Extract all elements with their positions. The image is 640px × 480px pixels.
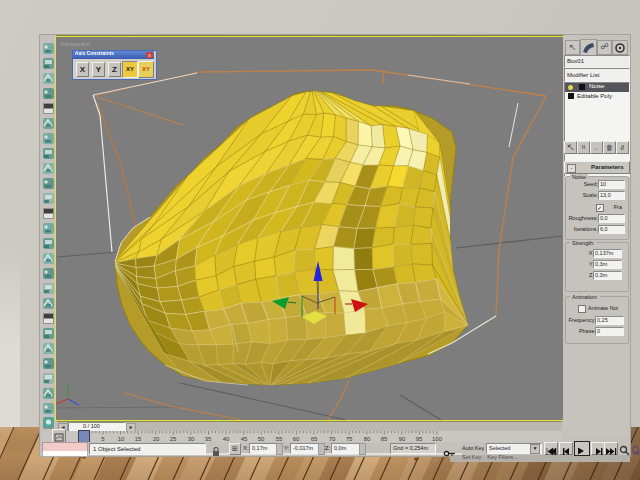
svg-text:75: 75	[346, 436, 353, 442]
svg-text:100: 100	[432, 436, 443, 442]
svg-text:25: 25	[170, 436, 177, 442]
svg-text:40: 40	[223, 436, 230, 442]
svg-text:45: 45	[241, 436, 248, 442]
svg-text:85: 85	[381, 436, 388, 442]
svg-text:20: 20	[153, 436, 160, 442]
svg-text:5: 5	[101, 436, 105, 442]
svg-text:55: 55	[276, 436, 283, 442]
svg-text:80: 80	[364, 436, 371, 442]
svg-text:65: 65	[311, 436, 318, 442]
svg-text:70: 70	[329, 436, 336, 442]
svg-text:95: 95	[416, 436, 423, 442]
svg-text:90: 90	[399, 436, 406, 442]
svg-text:60: 60	[293, 436, 300, 442]
svg-text:Perspective: Perspective	[61, 41, 90, 47]
svg-text:15: 15	[135, 436, 142, 442]
svg-text:35: 35	[205, 436, 212, 442]
svg-text:10: 10	[118, 436, 125, 442]
svg-text:30: 30	[188, 436, 195, 442]
svg-text:50: 50	[258, 436, 265, 442]
